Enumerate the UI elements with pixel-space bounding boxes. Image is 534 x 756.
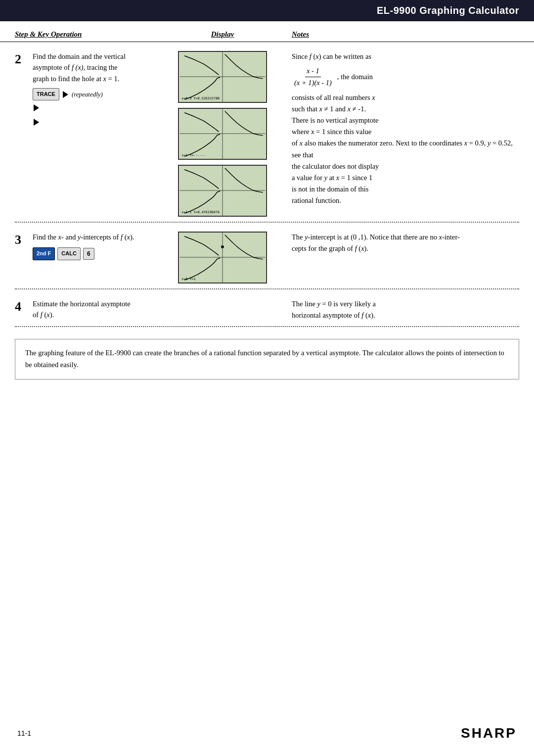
arrow-row-1: [33, 103, 168, 114]
notes-2-line6: of x also makes the numerator zero. Next…: [292, 138, 519, 160]
notes-2-line7: the calculator does not display: [292, 161, 519, 172]
sharp-logo: SHARP: [461, 725, 517, 741]
key-calc[interactable]: CALC: [57, 247, 81, 260]
col-step-label: Step & Key Operation: [15, 30, 168, 39]
key-6[interactable]: 6: [83, 248, 94, 260]
notice-text: The graphing feature of the EL-9900 can …: [25, 349, 504, 369]
calc-screen-3: x=1.1 Y=0.476190476: [178, 165, 267, 217]
step-2-text-line2: asymptote of f (x), tracing the: [33, 63, 118, 71]
step-4-number: 4: [15, 299, 30, 314]
right-arrow-icon[interactable]: [63, 91, 68, 98]
step-2-number: 2: [15, 52, 30, 67]
notes-2-fraction-line: x - 1 (x + 1)(x - 1) , the domain: [292, 65, 519, 89]
step-3-keys: 2nd F CALC 6: [33, 247, 168, 260]
fraction: x - 1 (x + 1)(x - 1): [293, 65, 333, 89]
column-headers: Step & Key Operation Display Notes: [0, 25, 534, 42]
notes-3-line2: cepts for the graph of f (x).: [292, 243, 519, 254]
svg-point-15: [221, 245, 224, 248]
step-2-notes: Since f (x) can be written as x - 1 (x +…: [277, 51, 519, 206]
step-2-keys: TRACE (repeatedly): [33, 88, 168, 129]
step-2-display: x=0.9 Y=0.52631578B x=1 Y=------: [168, 51, 277, 217]
notes-2-line5: where x = 1 since this value: [292, 126, 519, 138]
svg-text:x=0      Y=1: x=0 Y=1: [181, 277, 195, 281]
step-3-notes: The y-intercept is at (0 ,1). Notice tha…: [277, 232, 519, 254]
notice-box: The graphing feature of the EL-9900 can …: [15, 339, 519, 379]
step-4-content: Estimate the horizontal asymptote of f (…: [30, 298, 168, 321]
step-2-text: Find the domain and the vertical asympto…: [33, 51, 168, 84]
footer: 11-1 SHARP: [0, 725, 534, 741]
calc-screen-1: x=0.9 Y=0.52631578B: [178, 51, 267, 103]
graph-svg-2: x=1 Y=------: [179, 109, 266, 159]
svg-text:x=1      Y=------: x=1 Y=------: [181, 153, 206, 157]
step-3-number: 3: [15, 233, 30, 247]
notes-2-line1: Since f (x) can be written as: [292, 51, 519, 62]
graph-svg-1: x=0.9 Y=0.52631578B: [179, 52, 266, 102]
notes-2-line9: is not in the domain of this: [292, 184, 519, 195]
arrow-row-2: [33, 118, 168, 129]
step-2-text-line3: graph to find the hole at x = 1.: [33, 75, 119, 83]
main-content: 2 Find the domain and the vertical asymp…: [0, 42, 534, 379]
step-2-content: Find the domain and the vertical asympto…: [30, 51, 168, 132]
page-header: EL-9900 Graphing Calculator: [0, 0, 534, 21]
page-number: 11-1: [17, 729, 31, 737]
step-4-row: 4 Estimate the horizontal asymptote of f…: [15, 289, 519, 327]
notes-4-line1: The line y = 0 is very likely a: [292, 298, 519, 310]
notes-2-line10: rational function.: [292, 195, 519, 206]
col-display-label: Display: [168, 30, 277, 39]
calc-screen-4: x=0 Y=1: [178, 232, 267, 284]
svg-text:x=0.9    Y=0.52631578B: x=0.9 Y=0.52631578B: [181, 96, 220, 100]
step-3-display: x=0 Y=1: [168, 232, 277, 284]
col-notes-label: Notes: [277, 30, 519, 39]
repeatedly-label: (repeatedly): [72, 90, 103, 99]
trace-key[interactable]: TRACE: [33, 88, 59, 100]
step-4-notes: The line y = 0 is very likely a horizont…: [277, 298, 519, 321]
notes-2-line8: a value for y at x = 1 since 1: [292, 172, 519, 184]
calc-screen-2: x=1 Y=------: [178, 108, 267, 160]
svg-text:x=1.1    Y=0.476190476: x=1.1 Y=0.476190476: [181, 210, 220, 214]
right-arrow-icon-3[interactable]: [34, 119, 39, 126]
step-2-row: 2 Find the domain and the vertical asymp…: [15, 42, 519, 223]
graph-svg-4: x=0 Y=1: [179, 233, 266, 283]
notes-2-line3: such that x ≠ 1 and x ≠ -1.: [292, 103, 519, 115]
step-3-content: Find the x- and y-intercepts of f (x). 2…: [30, 232, 168, 261]
notes-3-line1: The y-intercept is at (0 ,1). Notice tha…: [292, 232, 519, 243]
step-3-row: 3 Find the x- and y-intercepts of f (x).…: [15, 223, 519, 289]
key-2ndf[interactable]: 2nd F: [33, 247, 55, 260]
notes-4-line2: horizontal asymptote of f (x).: [292, 310, 519, 321]
right-arrow-icon-2[interactable]: [34, 104, 39, 111]
notes-2-line2: consists of all real numbers x: [292, 92, 519, 103]
header-title: EL-9900 Graphing Calculator: [377, 5, 519, 16]
trace-key-row: TRACE (repeatedly): [33, 88, 168, 100]
notes-2-line4: There is no vertical asymptote: [292, 115, 519, 126]
graph-svg-3: x=1.1 Y=0.476190476: [179, 166, 266, 216]
step-3-text: Find the x- and y-intercepts of f (x).: [33, 232, 168, 242]
